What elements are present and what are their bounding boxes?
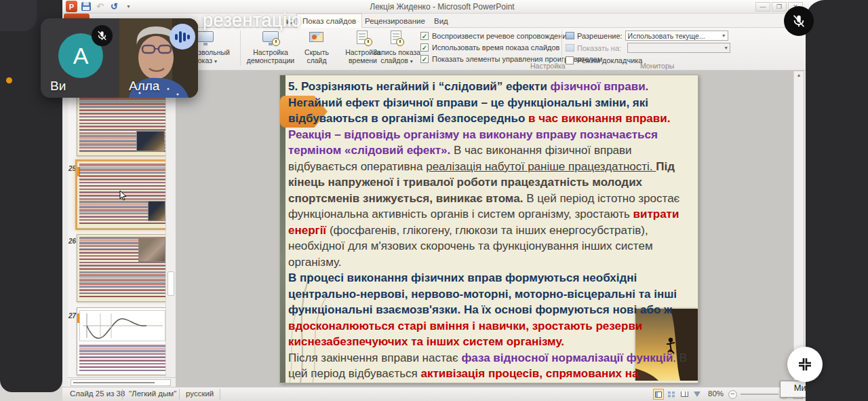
custom-show-icon [195, 30, 216, 47]
participant-name: Алла [129, 79, 159, 94]
collapse-view-button[interactable] [787, 347, 823, 382]
title-bar: P ↶ ↺ ▾ Лекція Жиденко - Microsoft Power… [62, 0, 822, 14]
divider [122, 389, 123, 400]
slide-text-segment: вдосконалюються старі вміння і навички, … [288, 320, 642, 349]
quick-access-toolbar: P ↶ ↺ ▾ [66, 1, 134, 12]
monitors-group-label: Мониторы [640, 62, 674, 70]
slide-text-segment: фаза відносної нормалізації функцій [461, 351, 673, 364]
show-on-select: ▼ [627, 43, 730, 53]
show-on-label: Показать на: [577, 44, 621, 52]
language-indicator[interactable]: русский [186, 389, 214, 398]
slide-text-segment: реалізація набутої раніше працездатності… [426, 160, 656, 173]
audio-activity-icon [170, 24, 195, 50]
scrollbar-thumb[interactable] [167, 271, 174, 296]
resolution-label: Разрешение: [577, 32, 623, 40]
mic-muted-button[interactable] [784, 6, 814, 36]
theme-name[interactable]: "Легкий дым" [129, 389, 176, 398]
status-bar: Слайд 25 из 38 "Легкий дым" русский 80% … [62, 387, 822, 401]
thumbnails-scrollbar[interactable] [165, 71, 175, 377]
slideshow-icon[interactable] [692, 389, 703, 400]
qat-dropdown-icon[interactable]: ▾ [123, 1, 134, 12]
tab-slideshow[interactable]: Показ слайдов [296, 14, 362, 28]
ribbon-divider [561, 31, 562, 66]
tab-review[interactable]: Рецензирование [359, 16, 431, 26]
notes-pane[interactable]: ▼ [68, 377, 183, 387]
panel-corner [0, 0, 37, 31]
checkmark-icon: ✓ [420, 32, 429, 40]
participant-tile-alla[interactable]: Алла [119, 18, 198, 98]
slide-text-segment: в час виконання вправи. [528, 112, 670, 125]
restore-icon[interactable]: ❐ [772, 2, 787, 12]
slide-text-segment: 5. Розрізняють негайний і “слідовий” ефе… [288, 80, 551, 93]
participant-tile-self[interactable]: А Ви [41, 18, 119, 98]
thumbnail-number: 27 [68, 312, 76, 320]
thumbnail-photo [138, 237, 165, 262]
scrollbar-up-icon[interactable]: ▲ [794, 73, 804, 77]
minimize-icon[interactable]: — [755, 2, 770, 12]
tab-view[interactable]: Вид [429, 16, 454, 26]
thumbnail-slide-24[interactable] [77, 95, 168, 156]
slide-body-text: 5. Розрізняють негайний і “слідовий” ефе… [280, 75, 698, 383]
chevron-down-icon: ▼ [722, 33, 726, 38]
reading-view-icon[interactable] [679, 389, 690, 400]
zoom-out-icon[interactable]: − [728, 390, 737, 399]
window-title: Лекція Жиденко - Microsoft PowerPoint [370, 2, 514, 12]
zoom-slider[interactable] [741, 394, 778, 395]
cursor-icon [119, 190, 127, 201]
presenting-overlay-text: резентацію [203, 10, 301, 31]
participant-name: Ви [50, 79, 66, 94]
zoom-level[interactable]: 80% [708, 389, 724, 398]
main-scrollbar[interactable]: ▲ [793, 71, 804, 386]
redo-icon[interactable]: ↺ [108, 1, 120, 12]
mic-muted-icon [92, 25, 113, 46]
ribbon-divider [240, 31, 241, 66]
divider [179, 389, 180, 400]
hide-slide-button[interactable]: Скрыть слайд [296, 30, 338, 64]
notification-dot [6, 77, 12, 83]
thumbnail-photo [136, 131, 165, 151]
view-switcher [653, 389, 703, 400]
setup-slideshow-button[interactable]: Настройка демонстрации [244, 30, 297, 64]
thumbnail-slide-27[interactable] [77, 307, 168, 375]
paragraph-1: 5. Розрізняють негайний і “слідовий” ефе… [288, 79, 692, 270]
record-slideshow-button[interactable]: Запись показа слайдов ▾ [370, 30, 423, 65]
record-slideshow-icon [387, 30, 407, 47]
slide-text-segment: Після закінчення вправи настає [288, 351, 461, 364]
screen: { "call": { "overlay_presenting_text": "… [0, 0, 868, 401]
thumbnail-photo [148, 201, 165, 221]
setup-slideshow-icon [260, 30, 281, 47]
thumbnail-text [79, 345, 165, 373]
chevron-down-icon: ▼ [724, 45, 728, 50]
checkbox-icon: ✓ [566, 56, 574, 64]
divider [220, 389, 220, 400]
thumbnail-slide-25[interactable] [77, 161, 168, 229]
slide-text-segment: В процесі виконання фізичних вправ форму… [288, 271, 677, 316]
slide-workspace: 5. Розрізняють негайний і “слідовий” ефе… [176, 71, 804, 387]
monitors-group: Разрешение: Использовать текуще...▼ Пока… [566, 30, 730, 66]
participant-tiles: А Ви Алла [41, 18, 198, 98]
chevron-down-icon: ▾ [214, 58, 217, 64]
notes-text [71, 379, 171, 386]
powerpoint-icon: P [66, 1, 77, 12]
checkbox-label: Использовать время показа слайдов [432, 43, 559, 52]
call-right-panel [806, 0, 868, 401]
thumbnail-chart [79, 310, 165, 341]
settings-group-label: Настройка [530, 62, 566, 70]
current-slide[interactable]: 5. Розрізняють негайний і “слідовий” ефе… [279, 75, 698, 383]
resolution-select[interactable]: Использовать текуще...▼ [625, 31, 728, 41]
hide-slide-icon [307, 30, 327, 47]
paragraph-3: Після закінчення вправи настає фаза відн… [288, 350, 692, 384]
chevron-down-icon: ▾ [410, 58, 413, 64]
thumbnail-number: 25 [68, 165, 76, 172]
checkmark-icon: ✓ [420, 43, 429, 52]
resolution-icon [566, 32, 574, 39]
checkmark-icon: ✓ [420, 55, 429, 63]
save-icon[interactable] [80, 1, 92, 12]
paragraph-2: В процесі виконання фізичних вправ форму… [288, 270, 692, 350]
normal-view-icon[interactable] [653, 389, 664, 400]
slide-thumbnails-panel: 25 26 27 [68, 71, 175, 377]
undo-icon[interactable]: ↶ [94, 1, 106, 12]
slide-sorter-icon[interactable] [666, 389, 677, 400]
thumbnail-slide-26[interactable] [77, 234, 168, 302]
checkbox-label: Воспроизвести речевое сопровождение [432, 32, 571, 40]
